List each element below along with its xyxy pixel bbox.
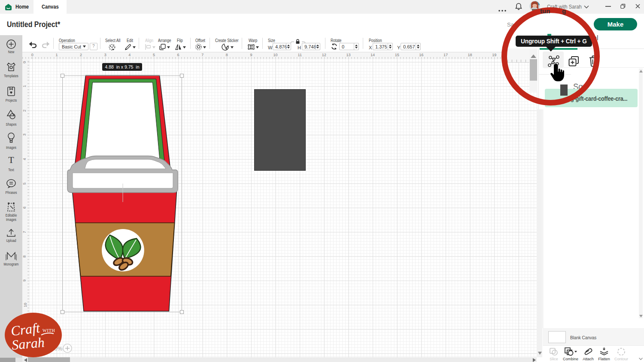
svg-text:Sarah: Sarah xyxy=(11,335,45,353)
svg-text:T: T xyxy=(8,155,14,165)
svg-text:WITH: WITH xyxy=(43,328,55,333)
